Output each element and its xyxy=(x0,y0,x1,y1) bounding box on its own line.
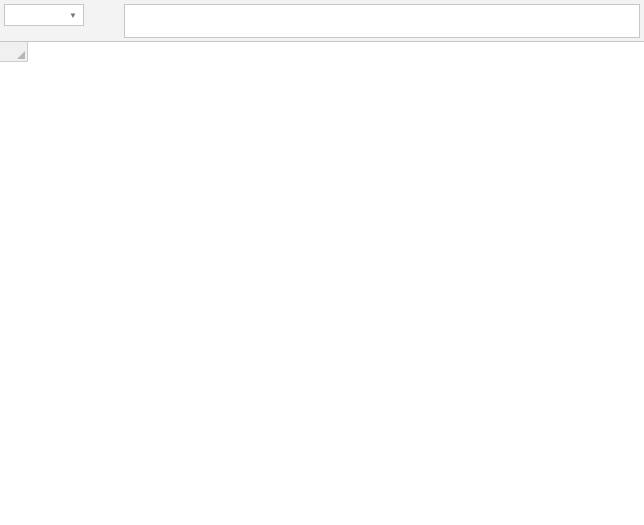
fx-controls xyxy=(84,0,124,30)
name-box-dropdown-icon[interactable]: ▼ xyxy=(69,11,77,20)
name-box[interactable]: ▼ xyxy=(4,4,84,26)
formula-input[interactable] xyxy=(124,4,640,38)
spreadsheet xyxy=(0,42,644,62)
select-all-corner[interactable] xyxy=(0,42,28,62)
formula-bar: ▼ xyxy=(0,0,644,42)
